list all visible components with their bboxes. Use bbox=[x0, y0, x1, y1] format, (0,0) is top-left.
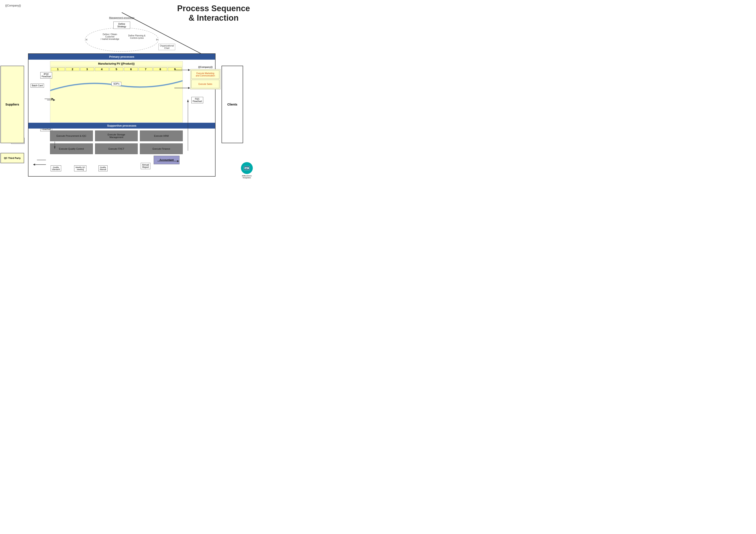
execute-marketing-box: Execute Marketing and Communication bbox=[191, 70, 219, 79]
mgmt-title: Management processes bbox=[70, 16, 174, 19]
supportive-bar: Supportive processes bbox=[28, 123, 215, 129]
qc-third-party-box: QC Third Party bbox=[0, 153, 24, 163]
abt-logo: AllBusiness Templates bbox=[239, 162, 254, 179]
company-right-title: {{Company}} bbox=[190, 66, 221, 68]
mgmt-right-item: Define Planning & Control-cyclus bbox=[128, 35, 146, 39]
execute-quality-box: Execute Quality Control bbox=[50, 143, 93, 154]
primary-bar: Primary processes bbox=[28, 54, 215, 60]
house-container: Management processes Define Strategy Def… bbox=[28, 13, 216, 177]
num-box-9: 9 bbox=[168, 67, 182, 71]
svg-rect-13 bbox=[245, 167, 249, 169]
weekly-qc-label: Weekly QC Meeting bbox=[74, 165, 86, 171]
execute-finance-box: Execute Finance bbox=[140, 143, 183, 154]
company-right-section: {{Company}} Execute Marketing and Commun… bbox=[190, 66, 221, 89]
management-section: Management processes Define Strategy Def… bbox=[70, 16, 174, 40]
num-box-1: 1 bbox=[51, 67, 65, 71]
accountant-box: Accountant bbox=[154, 156, 179, 164]
execute-storage-box: Execute Storage Management bbox=[95, 131, 138, 141]
ipqc-label: IPQC Flowchart bbox=[40, 72, 52, 79]
annual-report-label: Annual Report bbox=[141, 163, 150, 169]
num-box-6: 6 bbox=[124, 67, 138, 71]
define-strategy-box: Define Strategy bbox=[113, 21, 130, 29]
quality-manual-label: Quality Manual bbox=[98, 165, 108, 171]
execute-sales-box: Execute Sales bbox=[191, 80, 219, 88]
sop-label: SOP's bbox=[111, 82, 121, 86]
num-box-3: 3 bbox=[80, 67, 94, 71]
house-body: Primary processes Sell PV {{Product}} Ma… bbox=[28, 53, 216, 177]
manufacturing-label: Manufacturing PV {{Product}} bbox=[50, 62, 182, 66]
yellow-area: Manufacturing PV {{Product}} 1 2 3 4 5 6… bbox=[50, 61, 183, 122]
support-row-2: Execute Quality Control Execute IT/ICT E… bbox=[50, 143, 183, 154]
company-top-left: {{Company}} bbox=[5, 4, 21, 7]
clients-box: Clients bbox=[222, 66, 243, 143]
num-boxes-row: 1 2 3 4 5 6 7 8 9 bbox=[50, 67, 182, 72]
company-right-box: Execute Marketing and Communication Exec… bbox=[190, 69, 221, 89]
execute-procurement-box: Execute Procurement & IQC bbox=[50, 131, 93, 141]
org-chart-label: Organizational Chart bbox=[158, 44, 175, 50]
num-box-5: 5 bbox=[109, 67, 123, 71]
execute-it-box: Execute IT/ICT bbox=[95, 143, 138, 154]
num-box-2: 2 bbox=[66, 67, 80, 71]
mgmt-left-item: Define / Obtain Customer / market knowle… bbox=[98, 33, 122, 40]
execute-hrm-box: Execute HRM bbox=[140, 131, 183, 141]
num-box-7: 7 bbox=[139, 67, 152, 71]
num-box-8: 8 bbox=[153, 67, 167, 71]
fqc-label: FQC Flowchart bbox=[191, 97, 203, 103]
num-box-4: 4 bbox=[95, 67, 109, 71]
suppliers-box: Suppliers bbox=[0, 66, 24, 143]
abt-text: AllBusiness Templates bbox=[239, 175, 254, 179]
batch-card-label: Batch Card bbox=[31, 84, 44, 88]
support-row-1: Execute Procurement & IQC Execute Storag… bbox=[50, 131, 183, 141]
abt-circle bbox=[241, 162, 253, 174]
quality-standard-label: Quality Standard bbox=[51, 165, 61, 171]
